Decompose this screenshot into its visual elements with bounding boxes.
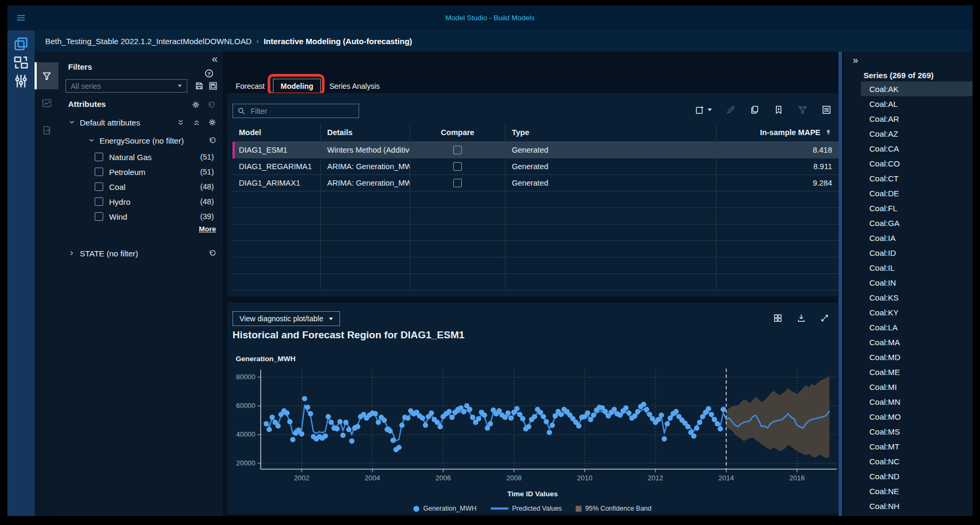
series-item[interactable]: Coal:DE — [861, 186, 973, 201]
column-header[interactable]: Details — [321, 123, 410, 142]
series-item[interactable]: Coal:AK — [861, 81, 973, 96]
series-item[interactable]: Coal:IA — [861, 230, 973, 245]
chart-legend: Generation_MWH Predicted Values 95% Conf… — [227, 505, 838, 512]
column-header[interactable]: In-sample MAPE — [717, 123, 839, 142]
value-checkbox[interactable] — [95, 153, 103, 161]
scrollbar[interactable] — [838, 52, 842, 516]
compare-checkbox[interactable] — [453, 146, 462, 154]
series-item[interactable]: Coal:MI — [861, 379, 973, 394]
cell-type: Generated — [505, 142, 717, 159]
more-link[interactable]: More — [199, 225, 216, 233]
maximize-icon[interactable] — [820, 313, 829, 323]
attributes-settings-icon[interactable] — [192, 101, 200, 109]
view-diagnostic-button[interactable]: View diagnostic plot/table — [232, 311, 340, 326]
models-panel: ModelDetailsCompareTypeIn-sample MAPEDIA… — [227, 93, 838, 296]
tab-series-analysis[interactable]: Series Analysis — [329, 82, 380, 90]
series-item[interactable]: Coal:ND — [861, 469, 973, 484]
save-filter-icon[interactable] — [195, 81, 204, 90]
series-item[interactable]: Coal:IN — [861, 275, 973, 290]
breadcrumb-separator: › — [256, 37, 259, 45]
state-node[interactable]: STATE (no filter) — [59, 245, 223, 261]
series-item[interactable]: Coal:MD — [861, 349, 973, 364]
series-item[interactable]: Coal:LA — [861, 320, 973, 335]
chart-tool-icon[interactable] — [41, 98, 52, 109]
collapse-all-icon[interactable] — [193, 119, 201, 127]
tab-forecast[interactable]: Forecast — [236, 82, 264, 90]
export-tool-icon[interactable] — [41, 125, 52, 136]
series-item[interactable]: Coal:KY — [861, 305, 973, 320]
chevron-right-icon — [68, 249, 76, 257]
series-item[interactable]: Coal:AL — [861, 96, 973, 111]
filters-panel: « Filters ? All series Attributes Defaul… — [59, 52, 223, 516]
value-count: (48) — [200, 182, 214, 191]
bookmark-icon[interactable] — [774, 105, 784, 115]
table-row[interactable]: DIAG1_ESM1Winters Method (Additive)Gener… — [232, 142, 839, 159]
series-item[interactable]: Coal:FL — [861, 201, 973, 215]
cell-compare — [410, 175, 505, 191]
svg-text:80000: 80000 — [236, 373, 255, 381]
svg-text:2006: 2006 — [436, 474, 451, 482]
series-filter-select[interactable]: All series — [65, 79, 187, 93]
table-row[interactable]: DIAG1_ARIMAX1ARIMA: Generation_MWH ...Ge… — [232, 175, 839, 191]
series-item[interactable]: Coal:GA — [861, 215, 973, 230]
empty-row — [232, 208, 839, 224]
properties-icon[interactable] — [821, 105, 832, 115]
column-header[interactable]: Model — [232, 123, 321, 142]
default-attributes-node[interactable]: Default attributes — [59, 113, 223, 131]
series-item[interactable]: Coal:CO — [861, 156, 973, 171]
filter-value-row: Wind(39) — [59, 209, 223, 224]
table-row[interactable]: DIAG1_REGARIMA1ARIMA: Generation_MWH ...… — [232, 159, 839, 175]
swap-icon[interactable] — [7, 54, 35, 71]
series-item[interactable]: Coal:ME — [861, 364, 973, 379]
pipeline-icon[interactable] — [798, 105, 808, 115]
series-item[interactable]: Coal:NH — [861, 498, 973, 513]
expand-all-icon[interactable] — [177, 119, 185, 127]
value-checkbox[interactable] — [95, 197, 103, 206]
grid-view-icon[interactable] — [773, 313, 783, 323]
series-item[interactable]: Coal:KS — [861, 290, 973, 305]
new-model-button[interactable] — [695, 105, 712, 115]
save-filter-set-icon[interactable] — [209, 81, 218, 90]
series-item[interactable]: Coal:IL — [861, 260, 973, 275]
value-label: Hydro — [109, 197, 130, 206]
energysource-reset-icon[interactable] — [208, 136, 217, 145]
copy-icon[interactable] — [750, 105, 760, 115]
series-item[interactable]: Coal:AR — [861, 111, 973, 126]
collapse-right-icon[interactable]: » — [853, 55, 858, 66]
breadcrumb-project[interactable]: Beth_Testing_Stable 2022.1.2_InteractMod… — [45, 37, 252, 46]
series-item[interactable]: Coal:CT — [861, 171, 973, 186]
x-axis-title: Time ID Values — [227, 490, 838, 498]
series-item[interactable]: Coal:MN — [861, 394, 973, 409]
value-count: (39) — [200, 212, 214, 221]
sort-icon[interactable] — [825, 129, 832, 136]
compare-checkbox[interactable] — [453, 162, 462, 171]
state-reset-icon[interactable] — [208, 249, 217, 257]
value-checkbox[interactable] — [95, 182, 103, 191]
series-item[interactable]: Coal:NC — [861, 454, 973, 469]
edit-icon[interactable] — [726, 105, 736, 115]
value-checkbox[interactable] — [95, 212, 103, 221]
series-item[interactable]: Coal:MT — [861, 439, 973, 454]
model-filter-input[interactable] — [250, 106, 354, 116]
energysource-node[interactable]: EnergySource (no filter) — [59, 131, 223, 149]
series-item[interactable]: Coal:MA — [861, 335, 973, 349]
download-icon[interactable] — [796, 313, 806, 323]
value-checkbox[interactable] — [95, 168, 103, 176]
filter-tool-icon[interactable] — [41, 71, 52, 81]
node-settings-icon[interactable] — [208, 118, 217, 127]
series-item[interactable]: Coal:MS — [861, 424, 973, 439]
attributes-reset-icon[interactable] — [207, 101, 215, 109]
series-item[interactable]: Coal:AZ — [861, 126, 973, 141]
column-header[interactable]: Type — [505, 123, 717, 142]
pipeline-settings-icon[interactable] — [7, 73, 35, 89]
series-item[interactable]: Coal:MO — [861, 409, 973, 424]
series-item[interactable]: Coal:CA — [861, 141, 973, 156]
tab-modeling[interactable]: Modeling — [273, 79, 320, 94]
series-item[interactable]: Coal:NE — [861, 484, 973, 498]
pages-icon[interactable] — [7, 36, 35, 52]
compare-checkbox[interactable] — [453, 179, 462, 187]
series-item[interactable]: Coal:ID — [861, 245, 973, 260]
column-header[interactable]: Compare — [410, 123, 505, 142]
help-icon[interactable]: ? — [204, 69, 214, 78]
collapse-left-icon[interactable]: « — [212, 53, 218, 65]
